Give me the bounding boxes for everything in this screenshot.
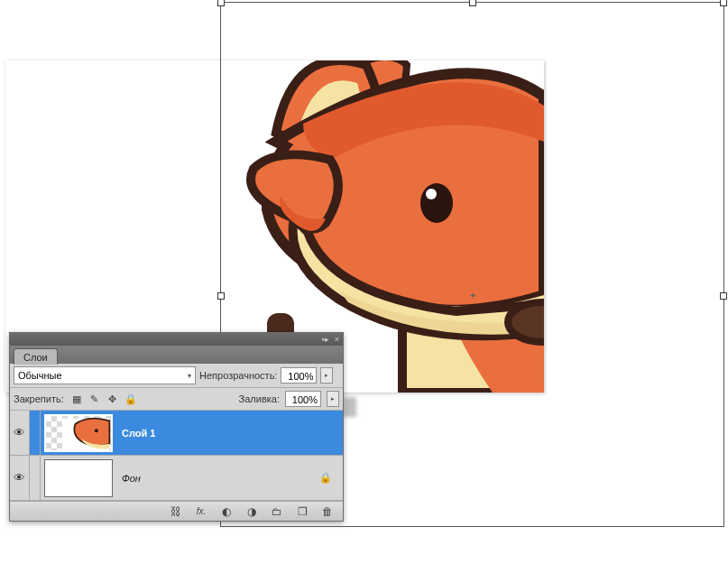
layer-visibility-toggle[interactable]: 👁 <box>10 411 30 455</box>
delete-layer-icon[interactable]: 🗑 <box>319 504 336 519</box>
layer-lock-indicator-icon: 🔒 <box>319 472 332 484</box>
layer-name-label: Фон <box>116 473 141 484</box>
transform-handle-middle-right[interactable] <box>720 292 727 300</box>
panel-tab-bar: Слои <box>10 346 343 364</box>
blend-opacity-row: Обычные ▾ Непрозрачность: ▸ <box>10 364 343 388</box>
svg-point-3 <box>508 302 544 342</box>
lock-label: Закрепить: <box>14 393 64 404</box>
layer-thumbnail[interactable] <box>44 414 113 452</box>
transform-handle-middle-left[interactable] <box>217 292 225 300</box>
dropdown-icon: ▾ <box>188 372 191 380</box>
opacity-stepper[interactable]: ▸ <box>320 367 333 384</box>
fill-input[interactable] <box>285 391 321 407</box>
lock-fill-row: Закрепить: ▦ ✎ ✥ 🔒 Заливка: ▸ <box>10 388 343 411</box>
transform-handle-top-left[interactable] <box>217 0 225 6</box>
lock-transparency-icon[interactable]: ▦ <box>69 392 84 406</box>
link-layers-icon[interactable]: ⛓ <box>168 504 184 519</box>
transform-handle-top-right[interactable] <box>720 0 727 6</box>
new-layer-icon[interactable]: ❐ <box>294 504 310 519</box>
panel-menu-icon[interactable]: ▪▸ <box>322 335 329 344</box>
layers-panel: ▪▸ × Слои Обычные ▾ Непрозрачность: ▸ За… <box>9 332 344 522</box>
lock-paint-icon[interactable]: ✎ <box>88 392 102 406</box>
layer-thumbnail[interactable] <box>44 459 113 497</box>
panel-title-strip: ▪▸ × <box>10 333 343 346</box>
opacity-input[interactable] <box>281 367 317 384</box>
svg-point-1 <box>420 183 453 223</box>
layer-row[interactable]: 👁 Слой 1 <box>10 411 343 456</box>
layers-list: 👁 Слой 1 👁 Фон 🔒 <box>10 411 343 501</box>
panel-drop-shadow <box>343 397 356 417</box>
lock-all-icon[interactable]: 🔒 <box>124 392 138 406</box>
fill-stepper[interactable]: ▸ <box>327 391 339 407</box>
opacity-label: Непрозрачность: <box>199 370 277 381</box>
layer-link-col[interactable] <box>30 456 41 500</box>
lock-move-icon[interactable]: ✥ <box>106 392 120 406</box>
layer-visibility-toggle[interactable]: 👁 <box>10 456 30 500</box>
panel-body: Обычные ▾ Непрозрачность: ▸ Закрепить: ▦… <box>10 364 343 521</box>
layer-row[interactable]: 👁 Фон 🔒 <box>10 456 343 501</box>
fill-label: Заливка: <box>239 393 280 404</box>
layer-mask-icon[interactable]: ◐ <box>218 504 235 519</box>
svg-point-2 <box>426 189 437 199</box>
layer-name-label: Слой 1 <box>116 428 155 439</box>
layer-link-col[interactable] <box>30 411 41 455</box>
layer-fx-icon[interactable]: fx. <box>193 504 209 519</box>
layers-tab[interactable]: Слои <box>14 348 58 365</box>
blend-mode-value: Обычные <box>18 370 62 381</box>
layer-group-icon[interactable]: 🗀 <box>269 504 285 519</box>
panel-footer: ⛓ fx. ◐ ◑ 🗀 ❐ 🗑 <box>10 501 343 521</box>
panel-close-icon[interactable]: × <box>335 335 339 344</box>
svg-point-5 <box>95 429 98 432</box>
blend-mode-select[interactable]: Обычные ▾ <box>14 366 196 384</box>
adjustment-layer-icon[interactable]: ◑ <box>244 504 260 519</box>
transform-handle-top-center[interactable] <box>469 0 476 6</box>
